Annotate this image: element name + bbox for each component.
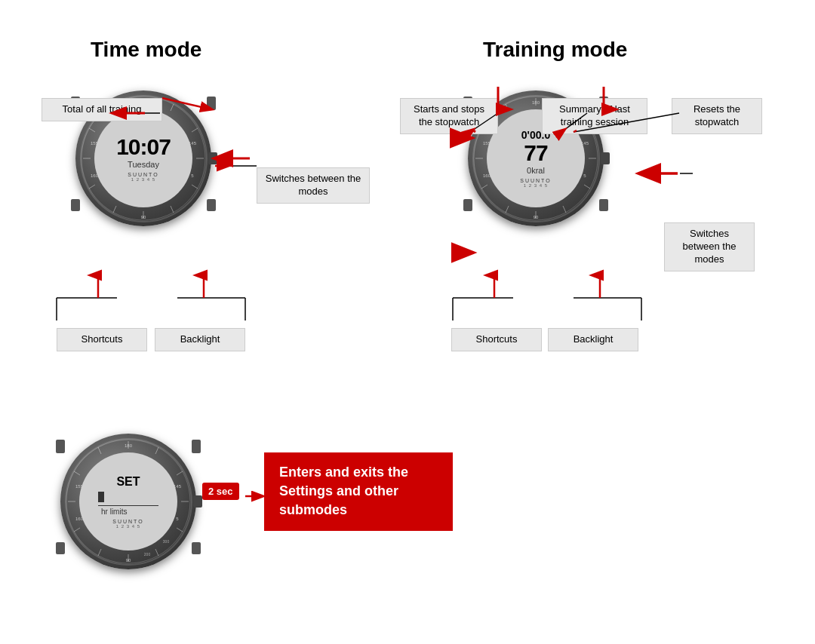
watch-time-numbers: 1 2 3 4 5 xyxy=(131,177,155,182)
svg-line-87 xyxy=(98,447,101,454)
svg-text:5: 5 xyxy=(191,173,194,178)
bracket-time xyxy=(57,298,253,343)
page-container: Time mode 180 90 145 5 155 160 xyxy=(0,0,815,644)
svg-line-80 xyxy=(177,528,183,532)
cursor-block xyxy=(98,492,104,502)
arrow-right-training xyxy=(659,166,681,181)
watch-time-brand: SUUNTO xyxy=(128,172,158,177)
label-switches-time: Switches between the modes xyxy=(257,167,370,204)
svg-line-12 xyxy=(171,206,174,213)
watch-settings-numbers: 1 2 3 4 5 xyxy=(116,524,140,529)
btn-bottom-right-time xyxy=(207,199,216,211)
svg-line-84 xyxy=(74,528,80,532)
watch-hr-limits: hr limits xyxy=(98,505,158,516)
watch-settings-display: SET hr limits xyxy=(98,475,158,516)
svg-line-15 xyxy=(89,185,95,189)
watch-set-title: SET xyxy=(116,475,140,489)
time-mode-title: Time mode xyxy=(91,38,201,62)
arrow-left-training xyxy=(451,130,474,146)
settings-mode-watch: 180 90 145 5 155 160 xyxy=(60,434,196,569)
svg-line-54 xyxy=(561,130,564,132)
watch-face-settings: SET hr limits SUUNTO 1 2 3 4 5 xyxy=(79,452,177,550)
arrow-bottom-left-training xyxy=(453,245,475,260)
watch-outer-settings: 180 90 145 5 155 160 xyxy=(60,434,196,569)
svg-line-81 xyxy=(155,549,158,556)
big-arrow-switches-time xyxy=(208,147,261,170)
svg-text:300: 300 xyxy=(163,539,170,544)
svg-line-19 xyxy=(162,98,211,109)
arrow-2sec-settings xyxy=(204,489,264,504)
btn-top-left-settings xyxy=(56,440,65,453)
svg-line-11 xyxy=(192,185,198,189)
svg-line-83 xyxy=(98,549,101,556)
label-switches-training: Switches between the modes xyxy=(664,222,755,271)
svg-line-78 xyxy=(177,471,183,475)
watch-settings-brand: SUUNTO xyxy=(112,519,143,524)
svg-line-77 xyxy=(155,447,158,454)
svg-line-86 xyxy=(74,471,80,475)
red-info-enters-exits: Enters and exits the Settings and other … xyxy=(264,452,453,531)
arrow-top-time xyxy=(160,109,175,124)
svg-text:5: 5 xyxy=(176,517,179,521)
arrows-training-up xyxy=(475,87,626,117)
btn-top-right-settings xyxy=(192,440,201,453)
btn-bottom-left-settings xyxy=(56,542,65,554)
svg-line-14 xyxy=(113,206,116,213)
bracket-training xyxy=(453,298,649,343)
btn-bottom-left-time xyxy=(71,199,80,211)
svg-text:200: 200 xyxy=(144,552,151,557)
training-mode-title: Training mode xyxy=(483,38,627,62)
btn-bottom-right-settings xyxy=(192,542,201,554)
btn-right-settings xyxy=(193,495,202,508)
